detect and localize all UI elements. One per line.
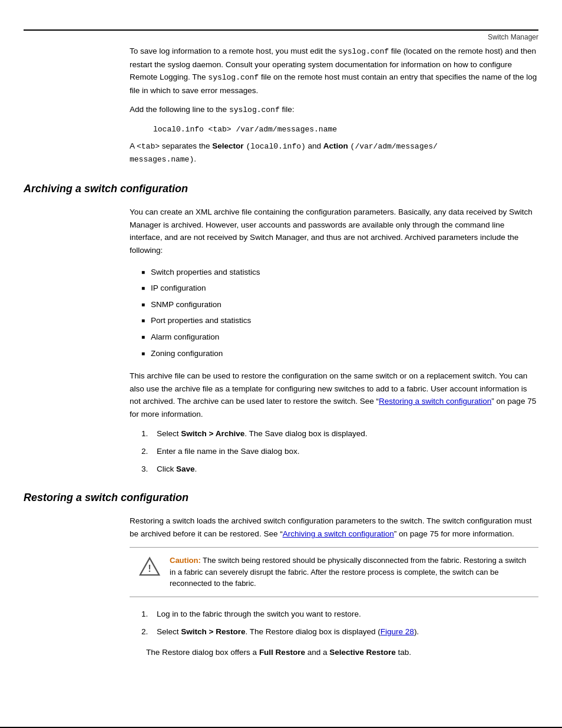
archiving-step-2: Enter a file name in the Save dialog box… [141, 445, 538, 458]
archiving-link-restoring[interactable]: Restoring a switch configuration [379, 397, 491, 406]
bold-selector: Selector [212, 141, 243, 150]
restoring-step-2-sub: The Restore dialog box offers a Full Res… [146, 646, 538, 659]
archiving-bullet-list: Switch properties and statistics IP conf… [141, 264, 538, 362]
selective-restore-bold: Selective Restore [329, 648, 396, 657]
bullet-item-3: SNMP configuration [141, 297, 538, 313]
code-syslog1: syslog.conf [338, 47, 389, 56]
bullet-item-5: Alarm configuration [141, 329, 538, 345]
caution-label: Caution: [170, 556, 201, 565]
intro-block: To save log information to a remote host… [130, 45, 538, 117]
restoring-step-2: Select Switch > Restore. The Restore dia… [141, 625, 538, 638]
caution-box: ! Caution: The switch being restored sho… [130, 547, 538, 597]
bullet-item-1: Switch properties and statistics [141, 264, 538, 281]
restoring-link-archiving[interactable]: Archiving a switch configuration [283, 529, 394, 538]
restoring-body: Restoring a switch loads the archived sw… [130, 515, 538, 658]
bullet-item-2: IP configuration [141, 280, 538, 297]
archiving-para1: You can create an XML archive file conta… [130, 206, 538, 256]
restoring-steps: Log in to the fabric through the switch … [141, 608, 538, 638]
archiving-steps: Select Switch > Archive. The Save dialog… [141, 427, 538, 475]
header-title: Switch Manager [488, 33, 538, 41]
code-block-line: local0.info <tab> /var/adm/messages.name [153, 125, 538, 134]
archiving-step-1: Select Switch > Archive. The Save dialog… [141, 427, 538, 440]
code-syslog3: syslog.conf [229, 106, 280, 114]
code-local0: (local0.info) [246, 142, 305, 151]
restoring-para1: Restoring a switch loads the archived sw… [130, 515, 538, 540]
intro-para3: A <tab> separates the Selector (local0.i… [130, 140, 538, 167]
content-area: To save log information to a remote host… [0, 45, 562, 683]
code-tab: <tab> [137, 142, 160, 151]
archiving-step-3: Click Save. [141, 463, 538, 476]
bullet-item-4: Port properties and statistics [141, 312, 538, 329]
caution-triangle-icon: ! [139, 556, 160, 577]
restoring-figure28-link[interactable]: Figure 28 [381, 627, 414, 636]
bullet-item-6: Zoning configuration [141, 345, 538, 362]
intro-para3-block: A <tab> separates the Selector (local0.i… [130, 140, 538, 167]
archiving-step3-bold: Save [176, 465, 195, 473]
caution-text-block: Caution: The switch being restored shoul… [170, 555, 529, 589]
archiving-step1-bold: Switch > Archive [181, 429, 244, 438]
restoring-step-1: Log in to the fabric through the switch … [141, 608, 538, 621]
restoring-step2-bold: Switch > Restore [181, 627, 245, 636]
intro-para2: Add the following line to the syslog.con… [130, 103, 538, 117]
header-bar: Switch Manager [0, 31, 562, 45]
restoring-heading: Restoring a switch configuration [24, 492, 538, 506]
svg-text:!: ! [148, 563, 151, 574]
code-syslog2: syslog.conf [208, 73, 259, 82]
archiving-heading: Archiving a switch configuration [24, 183, 538, 197]
bold-action: Action [323, 141, 348, 150]
code-line-text: local0.info <tab> /var/adm/messages.name [153, 125, 337, 134]
intro-para1: To save log information to a remote host… [130, 45, 538, 97]
caution-icon: ! [139, 556, 160, 577]
full-restore-bold: Full Restore [259, 648, 305, 657]
archiving-body: You can create an XML archive file conta… [130, 206, 538, 475]
archiving-para2: This archive file can be used to restore… [130, 370, 538, 420]
page-container: Switch Manager To save log information t… [0, 29, 562, 728]
caution-body: The switch being restored should be phys… [170, 556, 526, 588]
